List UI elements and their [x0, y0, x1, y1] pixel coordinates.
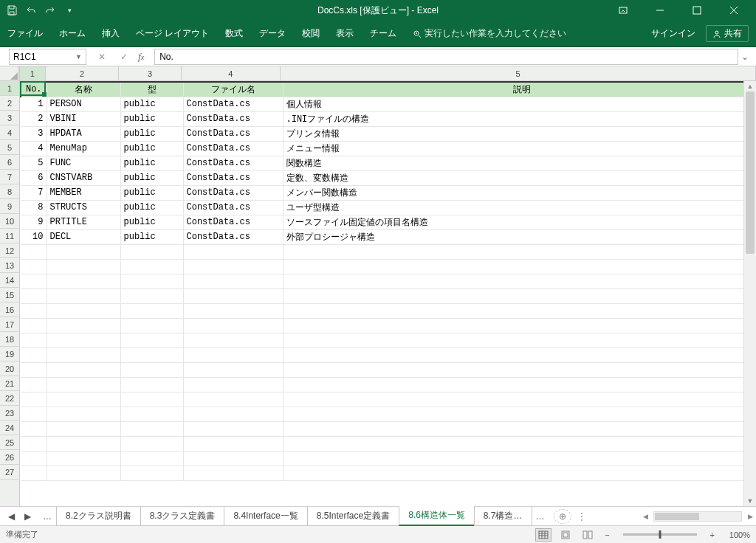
table-row[interactable] — [21, 274, 756, 288]
cell[interactable]: No. — [21, 82, 47, 97]
cell[interactable] — [47, 377, 120, 392]
cell[interactable] — [21, 377, 47, 392]
table-row[interactable]: 1PERSONpublicConstData.cs個人情報 — [21, 97, 756, 111]
table-row[interactable] — [21, 436, 756, 451]
cell[interactable]: ConstData.cs — [183, 111, 283, 126]
table-row[interactable]: 2VBINIpublicConstData.cs.INIファイルの構造 — [21, 111, 756, 126]
cell[interactable] — [283, 407, 756, 421]
row-header[interactable]: 7 — [0, 170, 19, 184]
cell[interactable]: MenuMap — [47, 141, 120, 156]
cell[interactable]: public — [120, 126, 183, 141]
cell[interactable]: 9 — [21, 215, 47, 229]
table-row[interactable]: 7MEMBERpublicConstData.csメンバー関数構造 — [21, 185, 756, 200]
row-header[interactable]: 27 — [0, 465, 19, 480]
table-row[interactable]: 4MenuMappublicConstData.csメニュー情報 — [21, 141, 756, 156]
cell[interactable] — [21, 421, 47, 436]
fx-icon[interactable]: fx — [138, 51, 144, 63]
table-row[interactable] — [21, 333, 756, 347]
column-header[interactable]: 5 — [281, 66, 756, 80]
table-row[interactable] — [21, 347, 756, 362]
row-header[interactable]: 8 — [0, 184, 19, 199]
cell[interactable]: ConstData.cs — [183, 200, 283, 215]
column-header[interactable]: 1 — [20, 66, 46, 80]
cell[interactable] — [183, 421, 283, 436]
cell[interactable] — [120, 407, 183, 421]
cell[interactable]: 型 — [120, 82, 183, 97]
cell[interactable]: 2 — [21, 111, 47, 126]
cell[interactable]: ファイル名 — [183, 82, 283, 97]
cell[interactable]: 5 — [21, 156, 47, 170]
table-row[interactable] — [21, 259, 756, 274]
cell[interactable]: 名称 — [47, 82, 120, 97]
cell[interactable]: ConstData.cs — [183, 215, 283, 229]
table-row[interactable]: 8STRUCTSpublicConstData.csユーザ型構造 — [21, 200, 756, 215]
cell[interactable] — [120, 333, 183, 347]
select-all-corner[interactable] — [0, 66, 19, 81]
cell[interactable] — [183, 436, 283, 451]
cell[interactable] — [47, 303, 120, 318]
cell[interactable]: 10 — [21, 229, 47, 244]
name-box[interactable]: ▼ — [9, 49, 86, 65]
row-header[interactable]: 22 — [0, 391, 19, 406]
cell[interactable] — [183, 451, 283, 466]
ribbon-tab-7[interactable]: 表示 — [336, 21, 354, 47]
cell[interactable]: 定数、変数構造 — [283, 170, 756, 185]
cell[interactable]: ConstData.cs — [183, 229, 283, 244]
cell[interactable]: 個人情報 — [283, 97, 756, 111]
cell[interactable] — [183, 347, 283, 362]
cell[interactable]: CNSTVARB — [47, 170, 120, 185]
cell[interactable] — [47, 362, 120, 377]
row-header[interactable]: 24 — [0, 421, 19, 435]
column-header[interactable]: 3 — [119, 66, 182, 80]
sheet-tab[interactable]: 8.6構造体一覧 — [399, 506, 475, 526]
qat-customize-icon[interactable]: ▾ — [63, 4, 75, 16]
table-row[interactable]: 9PRTITLEpublicConstData.csソースファイル固定値の項目名… — [21, 215, 756, 229]
cell[interactable] — [21, 451, 47, 466]
cell[interactable]: 外部プロシージャ構造 — [283, 229, 756, 244]
cell[interactable] — [47, 451, 120, 466]
cell[interactable]: HPDATA — [47, 126, 120, 141]
cell[interactable]: 関数構造 — [283, 156, 756, 170]
cell[interactable] — [21, 333, 47, 347]
cell[interactable] — [120, 392, 183, 407]
row-header[interactable]: 6 — [0, 155, 19, 170]
table-row[interactable] — [21, 288, 756, 303]
cell[interactable] — [120, 451, 183, 466]
vertical-scrollbar[interactable]: ▲ ▼ — [743, 81, 756, 506]
cell[interactable] — [47, 392, 120, 407]
table-row[interactable] — [21, 362, 756, 377]
cell[interactable] — [283, 244, 756, 259]
cell[interactable]: メニュー情報 — [283, 141, 756, 156]
cell[interactable]: public — [120, 141, 183, 156]
cell[interactable] — [183, 288, 283, 303]
cell[interactable] — [120, 288, 183, 303]
worksheet-grid[interactable]: 1234567891011121314151617181920212223242… — [0, 66, 756, 506]
table-row[interactable]: 10DECLpublicConstData.cs外部プロシージャ構造 — [21, 229, 756, 244]
ribbon-options-icon[interactable] — [607, 0, 639, 21]
ribbon-tab-4[interactable]: 数式 — [225, 21, 243, 47]
table-row[interactable]: 6CNSTVARBpublicConstData.cs定数、変数構造 — [21, 170, 756, 185]
cell[interactable] — [183, 259, 283, 274]
scroll-down-icon[interactable]: ▼ — [744, 496, 756, 506]
cell[interactable]: ConstData.cs — [183, 141, 283, 156]
cell[interactable]: 1 — [21, 97, 47, 111]
table-row[interactable] — [21, 421, 756, 436]
cell[interactable] — [183, 377, 283, 392]
cell[interactable] — [283, 303, 756, 318]
row-header[interactable]: 26 — [0, 450, 19, 465]
column-header[interactable]: 2 — [46, 66, 119, 80]
row-header[interactable]: 17 — [0, 317, 19, 332]
cell[interactable] — [183, 244, 283, 259]
table-row[interactable] — [21, 303, 756, 318]
cell[interactable]: ConstData.cs — [183, 185, 283, 200]
ribbon-tab-8[interactable]: チーム — [370, 21, 396, 47]
redo-icon[interactable] — [44, 4, 56, 16]
cell[interactable] — [120, 303, 183, 318]
ribbon-tab-2[interactable]: 挿入 — [102, 21, 120, 47]
expand-formula-icon[interactable]: ⌄ — [738, 52, 752, 62]
cell[interactable] — [21, 318, 47, 333]
cell[interactable]: 7 — [21, 185, 47, 200]
table-row[interactable]: 5FUNCpublicConstData.cs関数構造 — [21, 156, 756, 170]
cell[interactable] — [120, 377, 183, 392]
sheet-tab[interactable]: 8.7構造… — [474, 507, 532, 526]
